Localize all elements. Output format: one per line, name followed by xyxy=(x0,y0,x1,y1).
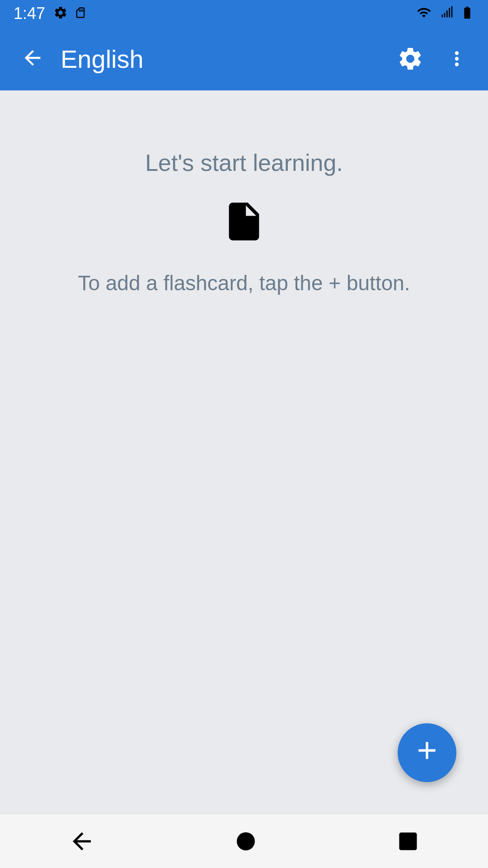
battery-icon xyxy=(460,5,474,22)
empty-subtitle: To add a flashcard, tap the + button. xyxy=(78,269,410,297)
back-button[interactable] xyxy=(14,39,52,79)
empty-title: Let's start learning. xyxy=(145,149,343,176)
signal-icon xyxy=(439,5,454,22)
svg-point-0 xyxy=(237,832,255,850)
nav-bar xyxy=(0,814,488,868)
settings-status-icon xyxy=(53,5,68,22)
empty-state: Let's start learning. To add a flashcard… xyxy=(78,149,410,297)
sd-card-status-icon xyxy=(74,5,87,22)
status-bar: 1:47 xyxy=(0,0,488,27)
status-time: 1:47 xyxy=(14,4,45,23)
app-bar-actions xyxy=(390,39,474,79)
nav-back-button[interactable] xyxy=(59,819,104,864)
status-left: 1:47 xyxy=(14,4,87,23)
settings-button[interactable] xyxy=(390,39,430,79)
add-flashcard-fab[interactable] xyxy=(398,723,456,782)
app-bar: English xyxy=(0,27,488,90)
wifi-icon xyxy=(415,5,433,22)
add-icon xyxy=(413,736,441,769)
nav-recents-button[interactable] xyxy=(387,821,429,862)
app-title: English xyxy=(61,44,390,74)
status-right xyxy=(415,5,474,22)
status-icons xyxy=(53,5,87,22)
flashcard-icon xyxy=(221,199,267,246)
nav-home-button[interactable] xyxy=(223,819,268,864)
svg-rect-1 xyxy=(399,832,417,850)
more-options-button[interactable] xyxy=(439,39,474,79)
main-content: Let's start learning. To add a flashcard… xyxy=(0,90,488,814)
